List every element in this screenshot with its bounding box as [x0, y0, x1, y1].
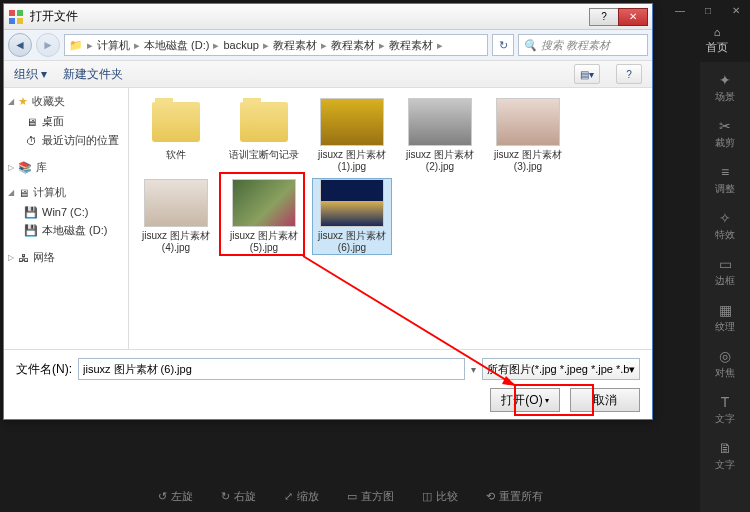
file-item[interactable]: jisuxz 图片素材(1).jpg [313, 98, 391, 173]
svg-rect-0 [9, 10, 15, 16]
tool-特效[interactable]: ✧特效 [700, 210, 750, 242]
breadcrumb-seg[interactable]: 计算机 [97, 38, 130, 53]
sidebar-item[interactable]: 💾本地磁盘 (D:) [8, 221, 124, 240]
tool-调整[interactable]: ≡调整 [700, 164, 750, 196]
filetype-filter[interactable]: 所有图片(*.jpg *.jpeg *.jpe *.b ▾ [482, 358, 640, 380]
folder-icon: 📁 [69, 39, 83, 52]
sidebar-item[interactable]: ⏱最近访问的位置 [8, 131, 124, 150]
tool-对焦[interactable]: ◎对焦 [700, 348, 750, 380]
filename-input[interactable] [78, 358, 465, 380]
breadcrumb-seg[interactable]: 本地磁盘 (D:) [144, 38, 209, 53]
filename-dropdown-icon[interactable]: ▾ [471, 364, 476, 375]
breadcrumb-seg[interactable]: backup [223, 39, 258, 51]
home-icon: ⌂ [714, 26, 721, 38]
btool-icon: ▭ [347, 490, 357, 503]
search-placeholder: 搜索 教程素材 [541, 38, 610, 53]
right-toolbar: ✦场景✂裁剪≡调整✧特效▭边框▦纹理◎对焦T文字🗎文字 [700, 62, 750, 512]
btool-icon: ⤢ [284, 490, 293, 503]
tool-文字[interactable]: 🗎文字 [700, 440, 750, 472]
tool-文字[interactable]: T文字 [700, 394, 750, 426]
tool-icon: ≡ [717, 164, 733, 180]
dialog-titlebar: 打开文件 ? ✕ [4, 4, 652, 30]
app-minimize-button[interactable]: — [666, 0, 694, 20]
file-label: jisuxz 图片素材(6).jpg [313, 230, 391, 254]
tool-icon: 🗎 [717, 440, 733, 456]
drive-icon: 💾 [24, 205, 38, 219]
image-thumb [144, 179, 208, 227]
btool-icon: ◫ [422, 490, 432, 503]
library-icon: 📚 [18, 161, 32, 174]
folder-icon [232, 98, 296, 146]
nav-forward-button[interactable]: ► [36, 33, 60, 57]
file-list[interactable]: 软件语训宝断句记录jisuxz 图片素材(1).jpgjisuxz 图片素材(2… [129, 88, 652, 349]
file-item[interactable]: jisuxz 图片素材(6).jpg [313, 179, 391, 254]
dialog-nav-bar: ◄ ► 📁 ▸ 计算机 ▸ 本地磁盘 (D:) ▸ backup ▸ 教程素材 … [4, 30, 652, 60]
btool-直方图[interactable]: ▭直方图 [347, 489, 394, 504]
svg-rect-3 [17, 18, 23, 24]
file-item[interactable]: jisuxz 图片素材(3).jpg [489, 98, 567, 173]
star-icon: ★ [18, 95, 28, 108]
nav-refresh-button[interactable]: ↻ [492, 34, 514, 56]
drive-icon: 💾 [24, 224, 38, 238]
file-item[interactable]: 软件 [137, 98, 215, 173]
chevron-down-icon: ▾ [629, 363, 635, 376]
btool-右旋[interactable]: ↻右旋 [221, 489, 256, 504]
tool-icon: ✦ [717, 72, 733, 88]
open-button[interactable]: 打开(O)▾ [490, 388, 560, 412]
search-icon: 🔍 [523, 39, 537, 52]
sidebar-libraries-head[interactable]: 📚 库 [8, 160, 124, 175]
app-maximize-button[interactable]: □ [694, 0, 722, 20]
breadcrumb[interactable]: 📁 ▸ 计算机 ▸ 本地磁盘 (D:) ▸ backup ▸ 教程素材 ▸ 教程… [64, 34, 488, 56]
btool-icon: ↺ [158, 490, 167, 503]
home-label: 首页 [706, 40, 728, 55]
btool-缩放[interactable]: ⤢缩放 [284, 489, 319, 504]
dialog-footer: 文件名(N): ▾ 所有图片(*.jpg *.jpeg *.jpe *.b ▾ … [4, 349, 652, 419]
image-thumb [232, 179, 296, 227]
file-item[interactable]: 语训宝断句记录 [225, 98, 303, 173]
tool-icon: ▭ [717, 256, 733, 272]
file-item[interactable]: jisuxz 图片素材(4).jpg [137, 179, 215, 254]
file-item[interactable]: jisuxz 图片素材(2).jpg [401, 98, 479, 173]
app-home-button[interactable]: ⌂ 首页 [692, 26, 742, 56]
image-thumb [408, 98, 472, 146]
breadcrumb-seg[interactable]: 教程素材 [331, 38, 375, 53]
btool-左旋[interactable]: ↺左旋 [158, 489, 193, 504]
sidebar-favorites-head[interactable]: ★ 收藏夹 [8, 94, 124, 109]
computer-icon: 🖥 [18, 187, 29, 199]
btool-比较[interactable]: ◫比较 [422, 489, 458, 504]
tool-纹理[interactable]: ▦纹理 [700, 302, 750, 334]
dialog-toolbar: 组织 ▾ 新建文件夹 ▤▾ ? [4, 60, 652, 88]
sidebar-item[interactable]: 🖥桌面 [8, 112, 124, 131]
file-item[interactable]: jisuxz 图片素材(5).jpg [225, 179, 303, 254]
cancel-button[interactable]: 取消 [570, 388, 640, 412]
tool-裁剪[interactable]: ✂裁剪 [700, 118, 750, 150]
network-icon: 🖧 [18, 252, 29, 264]
search-input[interactable]: 🔍 搜索 教程素材 [518, 34, 648, 56]
file-label: jisuxz 图片素材(5).jpg [225, 230, 303, 254]
filename-label: 文件名(N): [16, 361, 72, 378]
help-button[interactable]: ? [616, 64, 642, 84]
btool-重置所有[interactable]: ⟲重置所有 [486, 489, 543, 504]
nav-back-button[interactable]: ◄ [8, 33, 32, 57]
app-close-button[interactable]: ✕ [722, 0, 750, 20]
file-label: 软件 [166, 149, 186, 161]
tool-icon: ✂ [717, 118, 733, 134]
sidebar-computer-head[interactable]: 🖥 计算机 [8, 185, 124, 200]
tool-icon: T [717, 394, 733, 410]
breadcrumb-seg[interactable]: 教程素材 [273, 38, 317, 53]
sidebar-item[interactable]: 💾Win7 (C:) [8, 203, 124, 221]
btool-icon: ↻ [221, 490, 230, 503]
view-mode-button[interactable]: ▤▾ [574, 64, 600, 84]
new-folder-button[interactable]: 新建文件夹 [63, 66, 123, 83]
tool-场景[interactable]: ✦场景 [700, 72, 750, 104]
file-label: jisuxz 图片素材(1).jpg [313, 149, 391, 173]
sidebar-network-head[interactable]: 🖧 网络 [8, 250, 124, 265]
dialog-title: 打开文件 [30, 8, 590, 25]
sidebar: ★ 收藏夹 🖥桌面⏱最近访问的位置 📚 库 🖥 计算机 💾Win7 (C:)💾本… [4, 88, 129, 349]
breadcrumb-seg[interactable]: 教程素材 [389, 38, 433, 53]
dialog-close-button[interactable]: ✕ [618, 8, 648, 26]
organize-menu[interactable]: 组织 ▾ [14, 66, 47, 83]
tool-边框[interactable]: ▭边框 [700, 256, 750, 288]
folder-icon [144, 98, 208, 146]
dialog-help-button[interactable]: ? [589, 8, 619, 26]
